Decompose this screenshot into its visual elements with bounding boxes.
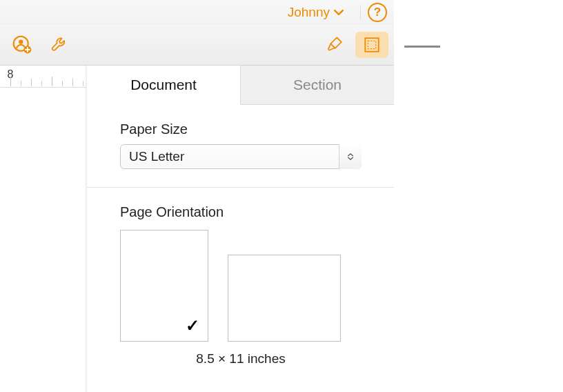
annotation-callout-line (404, 46, 440, 48)
toolbar (0, 25, 394, 66)
page-orientation-label: Page Orientation (120, 204, 366, 220)
paper-size-value: US Letter (129, 149, 184, 164)
help-button[interactable]: ? (368, 3, 387, 22)
app-window: Johnny ? (0, 0, 394, 392)
collaborate-icon (12, 35, 32, 55)
separator (360, 5, 361, 20)
format-button[interactable] (318, 32, 351, 58)
document-canvas[interactable] (0, 87, 86, 392)
inspector-panel: Document Section Paper Size US Letter (87, 66, 394, 392)
svg-rect-3 (365, 38, 379, 52)
document-settings-button[interactable] (355, 32, 388, 58)
tab-section-label: Section (293, 77, 342, 93)
svg-point-1 (19, 39, 23, 43)
updown-arrows-icon (347, 153, 354, 160)
orientation-portrait[interactable]: ✓ (120, 230, 208, 342)
orientation-landscape[interactable] (228, 255, 341, 342)
inspector-tabs: Document Section (87, 66, 394, 105)
divider (87, 187, 394, 188)
question-mark-icon: ? (374, 4, 381, 21)
paper-size-select[interactable]: US Letter (120, 144, 362, 169)
chevron-down-icon (334, 8, 344, 17)
checkmark-icon: ✓ (186, 316, 199, 335)
page-dimensions: 8.5 × 11 inches (120, 351, 362, 366)
window-titlebar: Johnny ? (0, 0, 394, 25)
collaborate-button[interactable] (6, 32, 39, 58)
document-margins-icon (363, 36, 381, 54)
paper-size-label: Paper Size (120, 121, 366, 137)
user-name: Johnny (288, 5, 330, 20)
svg-rect-4 (368, 41, 375, 48)
paper-size-dropdown-button[interactable] (339, 144, 362, 169)
tab-document-label: Document (130, 77, 197, 93)
tab-section[interactable]: Section (241, 66, 394, 105)
collaborator-menu[interactable]: Johnny (288, 5, 344, 20)
tab-document[interactable]: Document (87, 66, 241, 105)
horizontal-ruler: 8 (0, 66, 86, 86)
tools-button[interactable] (43, 32, 76, 58)
wrench-icon (50, 36, 68, 54)
paintbrush-icon (326, 36, 344, 54)
orientation-options: ✓ (120, 230, 366, 342)
